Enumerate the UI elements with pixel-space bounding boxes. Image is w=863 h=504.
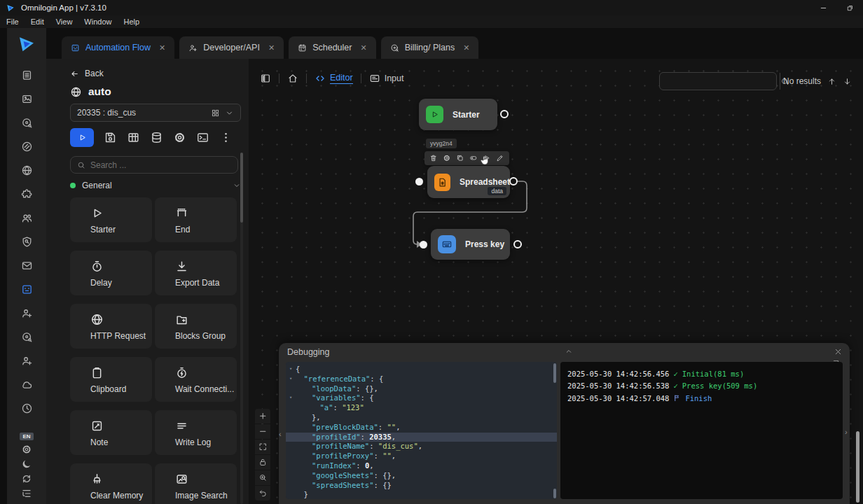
canvas-fit-button[interactable] xyxy=(255,440,270,454)
tab-editor[interactable]: Editor xyxy=(315,73,353,84)
block-search[interactable] xyxy=(70,156,238,174)
sidebar-item-log-list[interactable] xyxy=(21,488,32,499)
sidebar-item-api-key[interactable] xyxy=(21,117,33,129)
tab-input[interactable]: Input xyxy=(369,73,404,84)
json-line[interactable]: "loopData": {}, xyxy=(286,384,557,394)
tab-scheduler[interactable]: Scheduler✕ xyxy=(289,36,376,59)
settings-button[interactable] xyxy=(173,131,186,144)
terminal-button[interactable] xyxy=(196,131,209,144)
canvas-plus-button[interactable] xyxy=(255,409,270,424)
starter-output-port[interactable] xyxy=(500,110,509,118)
block-blocks-group[interactable]: Blocks Group xyxy=(155,304,237,349)
sidebar-item-profile-add[interactable] xyxy=(21,355,33,367)
block-export-data[interactable]: Export Data xyxy=(155,251,237,295)
close-tab-icon[interactable]: ✕ xyxy=(268,43,275,52)
tab-developer-api[interactable]: Developer/API✕ xyxy=(179,36,284,59)
json-caret[interactable]: ▾ xyxy=(286,374,296,384)
json-line[interactable]: ▾{ xyxy=(286,365,557,374)
sidebar-item-documents[interactable] xyxy=(21,69,33,81)
block-clipboard[interactable]: Clipboard xyxy=(70,357,152,402)
canvas-search-box[interactable] xyxy=(659,72,777,90)
block-note[interactable]: Note xyxy=(70,410,152,455)
menu-view[interactable]: View xyxy=(56,18,73,26)
node-trash-button[interactable] xyxy=(429,154,438,162)
node-press-key[interactable]: Press key xyxy=(431,229,510,260)
json-caret[interactable]: ▾ xyxy=(286,393,296,403)
language-badge[interactable]: EN xyxy=(20,433,33,440)
close-tab-icon[interactable]: ✕ xyxy=(360,43,366,52)
save-button[interactable] xyxy=(104,131,117,144)
spreadsheet-output-port[interactable] xyxy=(509,177,518,186)
json-line[interactable]: "profileId": 20335, xyxy=(286,433,557,442)
more-button[interactable] xyxy=(219,131,233,144)
block-end[interactable]: End xyxy=(155,197,237,242)
json-line[interactable]: "spreadSheets": {} xyxy=(286,481,557,491)
node-gear-button[interactable] xyxy=(443,154,451,162)
sidebar-item-member-add[interactable] xyxy=(21,307,33,319)
block-clear-memory[interactable]: Clear Memory xyxy=(70,463,152,504)
sidebar-item-tags[interactable] xyxy=(21,141,33,153)
close-tab-icon[interactable]: ✕ xyxy=(463,43,469,52)
canvas-lock-button[interactable] xyxy=(255,455,270,470)
json-scrollbar-thumb[interactable] xyxy=(553,363,556,383)
json-line[interactable]: "profileName": "dis_cus", xyxy=(286,442,557,451)
json-line[interactable]: ▾"variables": { xyxy=(286,393,557,403)
json-line[interactable]: } xyxy=(286,490,557,499)
panel-scrollbar-thumb[interactable] xyxy=(240,153,243,223)
json-line[interactable]: "runIndex": 0, xyxy=(286,461,557,471)
spreadsheet-input-port[interactable] xyxy=(415,178,423,186)
canvas-search-input[interactable] xyxy=(660,73,780,90)
menu-help[interactable]: Help xyxy=(123,18,139,26)
json-scrollbar-thumb-bottom[interactable] xyxy=(553,489,556,498)
log-expand-arrow[interactable]: › xyxy=(845,428,848,436)
json-line[interactable]: "profileProxy": "", xyxy=(286,451,557,461)
menu-file[interactable]: File xyxy=(6,18,19,26)
debug-collapse-button[interactable] xyxy=(565,347,573,356)
back-button[interactable]: Back xyxy=(70,69,104,78)
block-wait-connecti[interactable]: Wait Connecti... xyxy=(155,357,237,402)
node-duplicate-button[interactable] xyxy=(456,154,464,162)
debug-close-button[interactable] xyxy=(834,347,843,356)
home-button[interactable] xyxy=(287,73,298,84)
node-pencil-button[interactable] xyxy=(496,154,504,162)
page-scrollbar-thumb[interactable] xyxy=(856,431,859,503)
json-line[interactable]: }, xyxy=(286,413,557,423)
block-image-search[interactable]: Image Search xyxy=(155,463,237,504)
run-button[interactable] xyxy=(70,128,94,147)
canvas-minus-button[interactable] xyxy=(255,424,270,439)
close-tab-icon[interactable]: ✕ xyxy=(159,43,165,52)
node-spreadsheet[interactable]: Spreadsheet data xyxy=(427,166,510,198)
profile-select[interactable]: 20335 : dis_cus xyxy=(70,104,241,122)
search-next-button[interactable] xyxy=(843,77,852,86)
menu-edit[interactable]: Edit xyxy=(31,18,44,26)
table-button[interactable] xyxy=(127,131,140,144)
sidebar-item-extensions[interactable] xyxy=(21,188,33,200)
json-caret[interactable]: ▾ xyxy=(286,365,296,374)
json-line[interactable]: "prevBlockData": "", xyxy=(286,423,557,433)
sidebar-item-automation[interactable] xyxy=(21,284,33,295)
json-line[interactable]: "googleSheets": {}, xyxy=(286,471,557,481)
menu-window[interactable]: Window xyxy=(84,18,111,26)
tab-automation-flow[interactable]: Automation Flow✕ xyxy=(62,36,174,59)
sidebar-item-dark-mode[interactable] xyxy=(21,458,32,470)
search-prev-button[interactable] xyxy=(827,77,836,86)
sidebar-item-history[interactable] xyxy=(21,402,33,414)
json-line[interactable]: "a": "123" xyxy=(286,403,557,413)
block-search-input[interactable] xyxy=(90,160,231,170)
sidebar-logo-icon[interactable] xyxy=(16,33,37,54)
json-line[interactable]: ▾"referenceData": { xyxy=(286,374,557,384)
node-starter[interactable]: Starter xyxy=(419,99,497,130)
restore-button[interactable] xyxy=(836,0,863,15)
tab-billing-plans[interactable]: Billing/ Plans✕ xyxy=(381,36,479,59)
sidebar-item-proxies[interactable] xyxy=(21,164,33,176)
panel-toggle-button[interactable] xyxy=(260,73,271,84)
node-toggle-button[interactable] xyxy=(469,154,478,162)
block-write-log[interactable]: Write Log xyxy=(155,410,237,455)
sidebar-item-security[interactable] xyxy=(21,236,33,248)
section-general[interactable]: General xyxy=(70,181,241,190)
block-starter[interactable]: Starter xyxy=(70,197,152,242)
sidebar-item-cloud[interactable] xyxy=(21,379,33,391)
sidebar-item-team[interactable] xyxy=(21,212,33,224)
sidebar-item-sync[interactable] xyxy=(21,473,32,484)
sidebar-item-settings[interactable] xyxy=(21,444,32,455)
